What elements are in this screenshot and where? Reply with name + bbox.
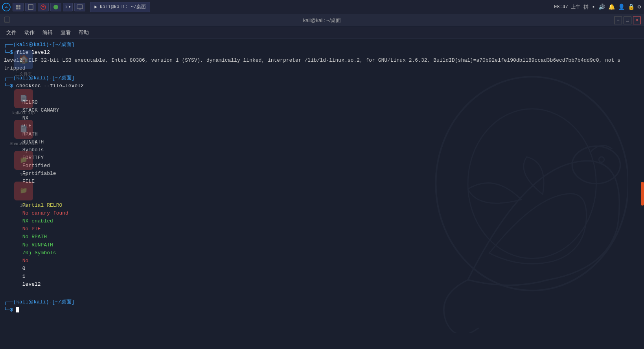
val-file: level2 <box>22 281 41 287</box>
svg-rect-4 <box>18 7 20 9</box>
taskbar-btn-1[interactable] <box>13 3 24 11</box>
val-fortifiable: 1 <box>22 274 62 279</box>
terminal-window: _ kali@kali: ~/桌面 − □ × 文件 动作 编辑 查看 帮助 <box>0 14 644 349</box>
lock-icon[interactable]: 🔒 <box>628 4 635 10</box>
prompt-line-2: ┌──(kali㉿kali)-[~/桌面] <box>4 74 640 82</box>
cmd-line-1: └─$ file level2 <box>4 49 640 57</box>
terminal-tab-label: kali@kali: ~/桌面 <box>99 4 146 10</box>
col-runpath: RUNPATH <box>22 139 65 145</box>
terminal-title: kali@kali: ~/桌面 <box>303 17 341 24</box>
output-line-1b: tripped <box>4 64 640 72</box>
val-rpath: No RPATH <box>22 234 53 240</box>
val-fortified: 0 <box>22 266 62 272</box>
svg-rect-5 <box>28 5 33 9</box>
taskbar-left: ⊞ ▾ ▶ kali@kali: ~/桌面 <box>0 2 150 12</box>
clock: 08:47 上午 <box>554 4 580 10</box>
col-file: FILE <box>22 178 35 184</box>
dropdown-icon: ⊞ <box>65 4 68 9</box>
col-rpath: RPATH <box>22 131 53 137</box>
checksec-values: Partial RELRO No canary found NX enabled… <box>4 194 640 297</box>
taskbar-btn-4[interactable] <box>50 3 61 11</box>
screen-icon[interactable]: ▪ <box>592 4 595 10</box>
maximize-button[interactable]: □ <box>624 17 631 24</box>
prompt-line-1: ┌──(kali㉿kali)-[~/桌面] <box>4 41 640 49</box>
val-runpath: No RUNPATH <box>22 242 65 248</box>
svg-rect-2 <box>18 5 20 7</box>
terminal-titlebar: _ kali@kali: ~/桌面 − □ × <box>0 14 644 27</box>
cursor <box>16 307 19 312</box>
taskbar-btn-3[interactable] <box>38 3 49 11</box>
terminal-tab[interactable]: ▶ kali@kali: ~/桌面 <box>90 2 150 12</box>
terminal-content[interactable]: ┌──(kali㉿kali)-[~/桌面] └─$ file level2 le… <box>0 39 644 349</box>
volume-icon[interactable]: 🔊 <box>598 4 605 10</box>
menu-bar: 文件 动作 编辑 查看 帮助 <box>0 27 644 39</box>
val-nx: NX enabled <box>22 218 59 224</box>
col-fortify: FORTIFY <box>22 155 50 161</box>
dollar-1: └─$ <box>4 50 16 55</box>
menu-file[interactable]: 文件 <box>3 28 20 37</box>
col-fortified: Fortified <box>22 163 62 169</box>
val-fortify: No <box>22 258 50 264</box>
close-button[interactable]: × <box>633 17 641 24</box>
menu-help[interactable]: 帮助 <box>75 28 92 37</box>
svg-rect-1 <box>16 5 18 7</box>
menu-actions[interactable]: 动作 <box>21 28 38 37</box>
settings-icon[interactable]: ⚙ <box>638 4 641 10</box>
prompt-host-1: kali㉿kali <box>16 42 46 48</box>
col-fortifiable: Fortifiable <box>22 171 62 176</box>
prompt-line-3: ┌──(kali㉿kali)-[~/桌面] <box>4 298 640 306</box>
menu-view[interactable]: 查看 <box>57 28 74 37</box>
taskbar: ⊞ ▾ ▶ kali@kali: ~/桌面 08:47 上午 拼 ▪ 🔊 🔔 👤… <box>0 0 644 14</box>
taskbar-monitor-btn[interactable] <box>74 3 85 11</box>
terminal-window-icon: _ <box>4 17 10 24</box>
taskbar-dropdown[interactable]: ⊞ ▾ <box>63 3 73 11</box>
notification-icon[interactable]: 🔔 <box>608 4 615 10</box>
checksec-headers: RELRO STACK CANARY NX PIE RPATH RUNPATH … <box>4 91 640 194</box>
col-stack-canary: STACK CANARY <box>22 107 72 113</box>
cmd-line-3[interactable]: └─$ <box>4 306 640 314</box>
col-pie: PIE <box>22 123 56 129</box>
col-symbols: Symbols <box>22 147 68 153</box>
svg-rect-3 <box>16 7 18 9</box>
svg-rect-8 <box>77 5 83 9</box>
val-relro: Partial RELRO <box>22 202 68 208</box>
svg-point-7 <box>53 5 58 9</box>
val-pie: No PIE <box>22 226 59 232</box>
window-controls: − □ × <box>614 17 641 24</box>
col-relro: RELRO <box>22 99 68 105</box>
dropdown-arrow: ▾ <box>68 4 71 9</box>
kali-menu-icon[interactable] <box>2 2 11 12</box>
user-icon[interactable]: 👤 <box>618 4 625 10</box>
cmd-line-2: └─$ checksec --file=level2 <box>4 82 640 90</box>
val-canary: No canary found <box>22 210 75 216</box>
minimize-button[interactable]: − <box>614 17 622 24</box>
scrollbar-indicator[interactable] <box>641 182 644 206</box>
menu-edit[interactable]: 编辑 <box>39 28 56 37</box>
prompt-arrow-1: ┌──( <box>4 42 16 48</box>
taskbar-btn-2[interactable] <box>25 3 36 11</box>
output-line-1: level2: ELF 32-bit LSB executable, Intel… <box>4 57 640 64</box>
svg-rect-9 <box>79 9 81 9</box>
taskbar-right: 08:47 上午 拼 ▪ 🔊 🔔 👤 🔒 ⚙ <box>554 4 644 11</box>
col-nx: NX <box>22 115 53 121</box>
val-symbols: 70) Symbols <box>22 250 68 256</box>
cmd-text-1: file level2 <box>16 50 50 55</box>
svg-text:_: _ <box>5 18 8 23</box>
terminal-tab-icon: ▶ <box>94 4 97 10</box>
ime-indicator[interactable]: 拼 <box>583 4 589 11</box>
